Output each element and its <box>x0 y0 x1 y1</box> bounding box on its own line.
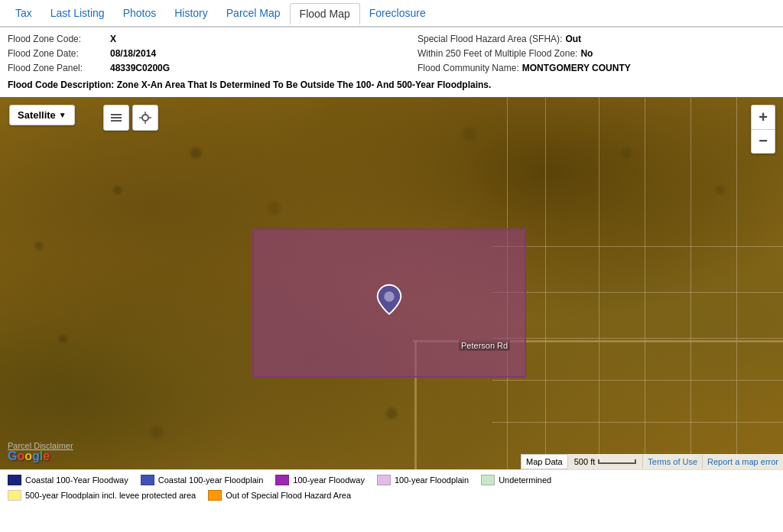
legend-row-2: 500-year Floodplain incl. levee protecte… <box>8 490 775 501</box>
flood-code-description: Flood Code Description: Zone X-An Area T… <box>8 78 775 92</box>
scale-line <box>598 459 636 464</box>
report-map-error-link[interactable]: Report a map error <box>702 455 783 469</box>
terms-of-use-link[interactable]: Terms of Use <box>642 455 702 469</box>
100yr-floodplain-label: 100-year Floodplain <box>395 475 469 485</box>
flood-zone-panel-value: 48339C0200G <box>110 61 170 76</box>
grid-line <box>492 422 783 423</box>
flood-zone-code-label: Flood Zone Code: <box>8 32 107 47</box>
parcel-highlight <box>252 229 526 378</box>
undetermined-label: Undetermined <box>499 475 551 485</box>
zoom-out-button[interactable]: − <box>751 129 775 154</box>
flood-zone-date-label: Flood Zone Date: <box>8 47 107 61</box>
legend-100yr-floodway: 100-year Floodway <box>275 475 365 485</box>
chevron-down-icon: ▼ <box>59 111 67 119</box>
map-data-button[interactable]: Map Data <box>521 454 568 469</box>
100yr-floodplain-swatch <box>377 475 391 485</box>
100yr-floodway-swatch <box>275 475 289 485</box>
flood-community-value: MONTGOMERY COUNTY <box>522 61 631 76</box>
grid-line <box>492 246 783 247</box>
legend-section: Coastal 100-Year Floodway Coastal 100-ye… <box>0 469 783 505</box>
undetermined-swatch <box>481 475 495 485</box>
flood-zone-date-value: 08/18/2014 <box>110 47 156 61</box>
satellite-label: Satellite <box>18 109 56 121</box>
zoom-in-button[interactable]: + <box>751 105 775 129</box>
multiple-flood-zone-value: No <box>580 47 593 61</box>
svg-point-4 <box>142 115 148 121</box>
location-button[interactable] <box>132 105 158 131</box>
scale-label: 500 ft <box>574 457 596 466</box>
grid-line <box>492 338 783 339</box>
grid-line <box>736 97 737 469</box>
legend-coastal-floodway: Coastal 100-Year Floodway <box>8 475 128 485</box>
out-sfha-label: Out of Special Flood Hazard Area <box>226 491 351 500</box>
multiple-flood-zone-label: Within 250 Feet of Multiple Flood Zone: <box>417 47 577 61</box>
svg-rect-1 <box>111 114 122 115</box>
legend-coastal-floodplain: Coastal 100-year Floodplain <box>141 475 264 485</box>
svg-point-0 <box>384 292 394 302</box>
scale-bar: 500 ft <box>568 455 643 469</box>
coastal-floodplain-swatch <box>141 475 154 485</box>
tab-foreclosure[interactable]: Foreclosure <box>360 2 435 24</box>
info-section: Flood Zone Code: X Flood Zone Date: 08/1… <box>0 28 783 97</box>
grid-line <box>545 97 546 469</box>
map-container[interactable]: Peterson Rd Satellite ▼ + − <box>0 97 783 469</box>
map-controls-left <box>103 105 158 131</box>
nav-tabs: Tax Last Listing Photos History Parcel M… <box>0 0 783 28</box>
legend-out-sfha: Out of Special Flood Hazard Area <box>208 490 351 501</box>
grid-line <box>492 292 783 293</box>
zoom-controls: + − <box>751 105 775 154</box>
coastal-floodway-swatch <box>8 475 21 485</box>
coastal-floodplain-label: Coastal 100-year Floodplain <box>158 475 264 485</box>
tab-last-listing[interactable]: Last Listing <box>41 2 114 24</box>
500yr-floodplain-swatch <box>8 490 21 501</box>
500yr-floodplain-label: 500-year Floodplain incl. levee protecte… <box>25 491 196 500</box>
tab-history[interactable]: History <box>165 2 217 24</box>
svg-rect-3 <box>111 120 122 122</box>
grid-line <box>492 380 783 381</box>
legend-500yr-floodplain: 500-year Floodplain incl. levee protecte… <box>8 490 196 501</box>
location-icon <box>138 111 152 125</box>
tab-flood-map[interactable]: Flood Map <box>290 3 360 25</box>
flood-community-label: Flood Community Name: <box>417 61 519 76</box>
peterson-road-label: Peterson Rd <box>459 340 510 351</box>
tab-tax[interactable]: Tax <box>6 2 41 24</box>
map-marker <box>375 284 403 316</box>
coastal-floodway-label: Coastal 100-Year Floodway <box>25 475 128 485</box>
out-sfha-swatch <box>208 490 222 501</box>
grid-line <box>599 97 599 469</box>
svg-rect-2 <box>111 117 122 118</box>
layers-icon <box>109 111 123 125</box>
layers-button[interactable] <box>103 105 129 131</box>
grid-line <box>690 97 691 469</box>
legend-row-1: Coastal 100-Year Floodway Coastal 100-ye… <box>8 475 775 485</box>
flood-code-description-value: Zone X-An Area That Is Determined To Be … <box>117 79 492 90</box>
legend-100yr-floodplain: 100-year Floodplain <box>377 475 469 485</box>
sfha-value: Out <box>565 32 581 47</box>
flood-code-description-label: Flood Code Description: <box>8 79 114 90</box>
satellite-button[interactable]: Satellite ▼ <box>9 105 75 125</box>
100yr-floodway-label: 100-year Floodway <box>293 475 365 485</box>
tab-photos[interactable]: Photos <box>114 2 166 24</box>
google-logo: Google <box>8 449 50 463</box>
tab-parcel-map[interactable]: Parcel Map <box>217 2 290 24</box>
map-bottom-bar: Map Data 500 ft Terms of Use Report a ma… <box>521 454 783 469</box>
flood-zone-code-value: X <box>110 32 116 47</box>
legend-undetermined: Undetermined <box>481 475 551 485</box>
sfha-label: Special Flood Hazard Area (SFHA): <box>417 32 562 47</box>
grid-line <box>645 97 645 469</box>
flood-zone-panel-label: Flood Zone Panel: <box>8 61 107 76</box>
